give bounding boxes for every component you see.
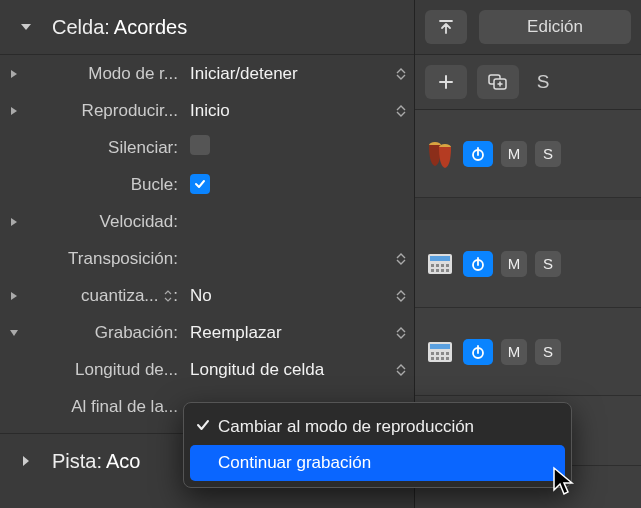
param-velocity[interactable]: Velocidad: [0,203,414,240]
svg-rect-13 [441,269,444,272]
checkmark-icon [196,417,210,437]
tracks-toolbar: S [415,55,641,110]
sampler-icon [425,337,455,367]
chevron-down-icon[interactable] [0,328,28,338]
svg-rect-23 [436,357,439,360]
mute-checkbox[interactable] [190,135,210,155]
power-button[interactable] [463,251,493,277]
chevron-down-icon[interactable] [18,19,34,35]
param-label: Bucle: [28,175,184,195]
stepper-icon[interactable] [388,364,414,376]
svg-rect-8 [436,264,439,267]
svg-rect-18 [431,352,434,355]
track-section-value: Aco [106,450,140,473]
svg-rect-6 [430,256,450,261]
chevron-right-icon[interactable] [18,453,34,469]
svg-rect-22 [431,357,434,360]
solo-button[interactable]: S [535,339,561,365]
param-label: cuantiza... : [28,286,184,306]
svg-rect-14 [446,269,449,272]
solo-button[interactable]: S [535,141,561,167]
chevron-right-icon[interactable] [0,291,28,301]
param-value[interactable]: Reemplazar [184,323,388,343]
param-label: Al final de la... [28,397,184,417]
param-label: Reproducir... [28,101,184,121]
param-transpose[interactable]: Transposición: [0,240,414,277]
menu-item-continue-recording[interactable]: Continuar grabación [190,445,565,481]
stepper-icon[interactable] [388,253,414,265]
svg-rect-19 [436,352,439,355]
param-play-mode[interactable]: Modo de r... Iniciar/detener [0,55,414,92]
cell-section-label: Celda: [52,16,110,39]
back-button[interactable] [425,10,467,44]
svg-rect-21 [446,352,449,355]
param-value[interactable]: No [184,286,388,306]
param-quantize[interactable]: cuantiza... : No [0,277,414,314]
svg-rect-24 [441,357,444,360]
param-label: Longitud de... [28,360,184,380]
svg-rect-10 [446,264,449,267]
param-loop: Bucle: [0,166,414,203]
chevron-right-icon[interactable] [0,106,28,116]
stepper-icon[interactable] [388,105,414,117]
tracks-top-bar: Edición [415,0,641,55]
cell-section-header[interactable]: Celda: Acordes [0,0,414,55]
svg-rect-17 [430,344,450,349]
param-length[interactable]: Longitud de... Longitud de celda [0,351,414,388]
stepper-icon[interactable] [388,68,414,80]
param-label: Transposición: [28,249,184,269]
loop-checkbox[interactable] [190,174,210,194]
menu-item-label: Continuar grabación [218,453,371,473]
congas-icon [425,139,455,169]
track-section-label: Pista: [52,450,102,473]
svg-rect-12 [436,269,439,272]
param-value[interactable]: Longitud de celda [184,360,388,380]
power-button[interactable] [463,141,493,167]
svg-rect-20 [441,352,444,355]
param-play-from[interactable]: Reproducir... Inicio [0,92,414,129]
mute-button[interactable]: M [501,339,527,365]
sampler-icon [425,249,455,279]
menu-item-label: Cambiar al modo de reproducción [218,417,474,437]
stepper-icon[interactable] [388,327,414,339]
track-strip[interactable]: M S [415,220,641,308]
toolbar-s-button[interactable]: S [529,65,557,99]
power-button[interactable] [463,339,493,365]
param-value[interactable]: Iniciar/detener [184,64,388,84]
param-label: Velocidad: [28,212,184,232]
edit-label: Edición [527,17,583,37]
param-label: Grabación: [28,323,184,343]
param-recording[interactable]: Grabación: Reemplazar [0,314,414,351]
svg-rect-9 [441,264,444,267]
param-label: Modo de r... [28,64,184,84]
solo-button[interactable]: S [535,251,561,277]
at-end-context-menu: Cambiar al modo de reproducción Continua… [183,402,572,488]
svg-rect-7 [431,264,434,267]
param-value[interactable]: Inicio [184,101,388,121]
param-label: Silenciar: [28,138,184,158]
edit-mode-button[interactable]: Edición [479,10,631,44]
mute-button[interactable]: M [501,251,527,277]
cell-section-value: Acordes [114,16,187,39]
add-track-button[interactable] [425,65,467,99]
track-strip[interactable]: M S [415,308,641,396]
stepper-icon[interactable] [388,290,414,302]
track-strip[interactable]: M S [415,110,641,198]
mute-button[interactable]: M [501,141,527,167]
svg-rect-11 [431,269,434,272]
param-mute: Silenciar: [0,129,414,166]
svg-rect-25 [446,357,449,360]
menu-item-switch-playback[interactable]: Cambiar al modo de reproducción [184,409,571,445]
duplicate-track-button[interactable] [477,65,519,99]
chevron-right-icon[interactable] [0,217,28,227]
chevron-right-icon[interactable] [0,69,28,79]
